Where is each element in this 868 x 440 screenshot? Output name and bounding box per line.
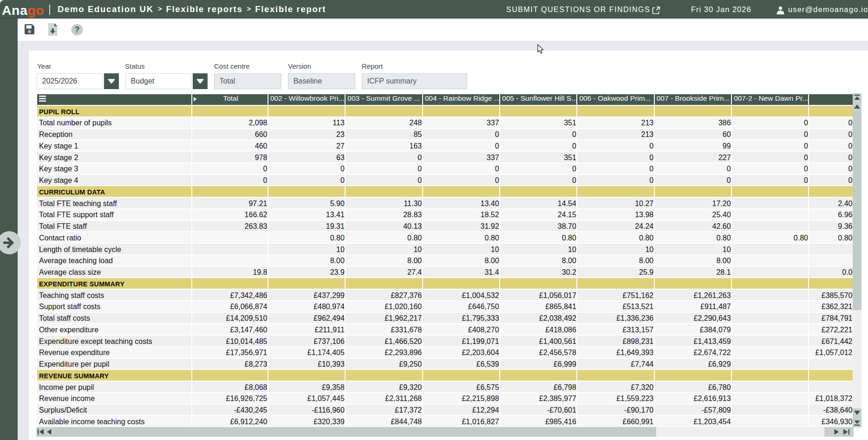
svg-text:?: ? [75, 25, 80, 34]
